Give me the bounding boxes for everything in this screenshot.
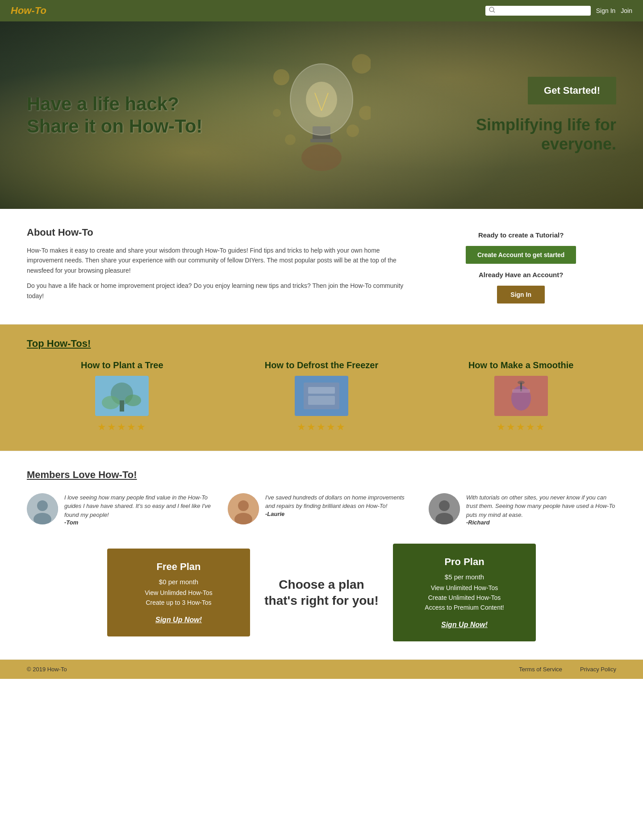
about-paragraph-2: Do you have a life hack or home improvem…	[27, 281, 408, 301]
testimonial-2: With tutorials on other sites, you never…	[429, 493, 616, 526]
top-howtos-section: Top How-Tos! How to Plant a Tree ★★★★★ H…	[0, 324, 643, 451]
svg-rect-28	[512, 389, 530, 393]
about-section: About How-To How-To makes it easy to cre…	[0, 209, 643, 324]
svg-point-14	[359, 106, 371, 120]
howto-title-1: How to Defrost the Freezer	[265, 360, 378, 370]
testimonial-author-1: -Laurie	[265, 511, 415, 517]
howto-image-1	[295, 376, 348, 416]
testimonial-1: I've saved hundreds of dollars on home i…	[228, 493, 415, 526]
plans-grid: Free Plan $0 per month View Unlimded How…	[27, 544, 616, 641]
members-section: Members Love How-To! I love seeing how m…	[0, 451, 643, 660]
join-button[interactable]: Join	[621, 7, 632, 14]
svg-line-1	[493, 11, 495, 12]
top-howtos-title[interactable]: Top How-Tos!	[27, 338, 91, 349]
hero-subtitle: Simplifying life foreveryone.	[476, 115, 616, 154]
howto-title-2: How to Make a Smoothie	[468, 360, 574, 370]
site-logo: How-To	[11, 5, 46, 17]
testimonial-text-0: I love seeing how many people find value…	[64, 493, 214, 520]
footer: © 2019 How-To Terms of Service Privacy P…	[0, 660, 643, 679]
howto-stars-1: ★★★★★	[297, 421, 346, 433]
pro-plan-card: Pro Plan $5 per month View Unlimited How…	[393, 544, 536, 641]
navbar: How-To Sign In Join	[0, 0, 643, 21]
testimonial-author-2: -Richard	[466, 519, 616, 526]
svg-point-6	[306, 82, 337, 117]
howto-title-0: How to Plant a Tree	[81, 360, 163, 370]
svg-point-33	[238, 500, 249, 511]
howtos-grid: How to Plant a Tree ★★★★★ How to Defrost…	[27, 360, 616, 433]
hero-left: Have a life hack?Share it on How-To!	[27, 93, 203, 138]
svg-point-27	[518, 381, 525, 384]
svg-point-9	[273, 69, 289, 85]
ready-label: Ready to create a Tutorial?	[478, 231, 564, 239]
pro-plan-price: $5 per month	[404, 573, 525, 581]
have-account-label: Already Have an Account?	[479, 271, 564, 279]
howto-image-0	[95, 376, 149, 416]
svg-rect-4	[310, 139, 333, 142]
pro-plan-feature-1: Create Unlimited How-Tos	[404, 594, 525, 601]
avatar-laurie	[228, 493, 259, 524]
free-plan-feature-0: View Unlimded How-Tos	[118, 589, 239, 596]
testimonial-author-0: -Tom	[64, 519, 214, 526]
svg-rect-22	[308, 387, 335, 394]
nav-right: Sign In Join	[485, 6, 632, 16]
about-sign-in-button[interactable]: Sign In	[497, 286, 545, 304]
get-started-button[interactable]: Get Started!	[528, 77, 616, 104]
howto-stars-2: ★★★★★	[497, 421, 546, 433]
search-input[interactable]	[498, 8, 587, 14]
footer-terms-link[interactable]: Terms of Service	[519, 666, 562, 673]
pro-plan-signup-button[interactable]: Sign Up Now!	[441, 621, 488, 629]
plans-choose-text: Choose a planthat's right for you!	[259, 577, 384, 609]
avatar-tom	[27, 493, 58, 524]
create-account-button[interactable]: Create Account to get started	[466, 246, 576, 264]
svg-point-2	[301, 144, 342, 171]
svg-point-13	[273, 109, 281, 117]
members-title: Members Love How-To!	[27, 469, 616, 481]
footer-privacy-link[interactable]: Privacy Policy	[580, 666, 616, 673]
hero-bulb-image	[272, 42, 371, 175]
free-plan-title: Free Plan	[118, 561, 239, 573]
svg-rect-23	[308, 396, 335, 405]
svg-point-30	[37, 500, 48, 511]
svg-point-0	[489, 7, 494, 12]
about-left: About How-To How-To makes it easy to cre…	[27, 227, 408, 306]
sign-in-button[interactable]: Sign In	[596, 7, 616, 14]
footer-copyright: © 2019 How-To	[27, 666, 67, 673]
pro-plan-title: Pro Plan	[404, 556, 525, 568]
howto-card-1: How to Defrost the Freezer ★★★★★	[226, 360, 417, 433]
svg-point-18	[102, 396, 120, 409]
svg-point-36	[439, 500, 450, 511]
about-paragraph-1: How-To makes it easy to create and share…	[27, 245, 408, 275]
about-title: About How-To	[27, 227, 408, 238]
search-wrap	[485, 6, 591, 16]
about-right: Ready to create a Tutorial? Create Accou…	[426, 227, 616, 306]
howto-stars-0: ★★★★★	[97, 421, 146, 433]
free-plan-signup-button[interactable]: Sign Up Now!	[155, 616, 202, 624]
howto-image-2	[494, 376, 548, 416]
svg-point-10	[352, 54, 371, 74]
howto-card-0: How to Plant a Tree ★★★★★	[27, 360, 217, 433]
search-icon	[489, 7, 495, 15]
pro-plan-feature-0: View Unlimited How-Tos	[404, 584, 525, 591]
testimonial-text-2: With tutorials on other sites, you never…	[466, 493, 616, 520]
pro-plan-feature-2: Access to Premium Content!	[404, 604, 525, 611]
testimonial-text-1: I've saved hundreds of dollars on home i…	[265, 493, 415, 511]
hero-section: Have a life hack?Share it on How-To! Get…	[0, 21, 643, 209]
testimonials-grid: I love seeing how many people find value…	[27, 493, 616, 526]
howto-card-2: How to Make a Smoothie ★★★★★	[426, 360, 616, 433]
footer-links: Terms of Service Privacy Policy	[519, 666, 616, 673]
free-plan-card: Free Plan $0 per month View Unlimded How…	[107, 549, 250, 636]
testimonial-content-2: With tutorials on other sites, you never…	[466, 493, 616, 526]
svg-point-19	[125, 395, 141, 406]
testimonial-content-1: I've saved hundreds of dollars on home i…	[265, 493, 415, 517]
avatar-richard	[429, 493, 460, 524]
free-plan-feature-1: Create up to 3 How-Tos	[118, 599, 239, 606]
svg-rect-17	[120, 400, 124, 412]
svg-point-11	[347, 125, 359, 137]
svg-point-12	[285, 134, 296, 145]
free-plan-price: $0 per month	[118, 578, 239, 586]
hero-right: Get Started! Simplifying life foreveryon…	[476, 77, 616, 154]
hero-title: Have a life hack?Share it on How-To!	[27, 93, 203, 138]
testimonial-0: I love seeing how many people find value…	[27, 493, 214, 526]
testimonial-content-0: I love seeing how many people find value…	[64, 493, 214, 526]
